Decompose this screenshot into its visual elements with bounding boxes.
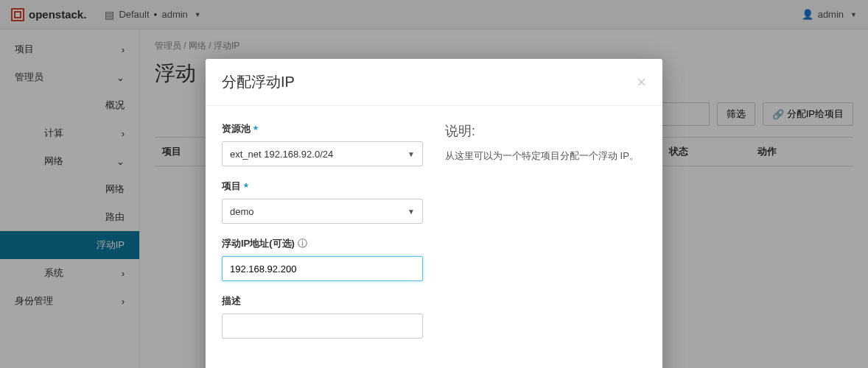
select-value: ext_net 192.168.92.0/24 <box>230 149 333 160</box>
ipaddr-label: 浮动IP地址(可选)ⓘ <box>222 237 423 250</box>
help-icon[interactable]: ⓘ <box>298 238 307 249</box>
pool-select[interactable]: ext_net 192.168.92.0/24 ▼ <box>222 141 423 166</box>
modal-header: 分配浮动IP × <box>206 59 662 106</box>
modal-overlay[interactable]: 分配浮动IP × 资源池* ext_net 192.168.92.0/24 ▼ … <box>0 0 868 368</box>
project-label: 项目* <box>222 180 423 193</box>
caret-down-icon: ▼ <box>407 208 415 216</box>
required-icon: * <box>244 180 248 193</box>
required-icon: * <box>253 123 258 135</box>
allocate-ip-modal: 分配浮动IP × 资源池* ext_net 192.168.92.0/24 ▼ … <box>206 59 662 368</box>
help-title: 说明: <box>445 122 646 140</box>
help-text: 从这里可以为一个特定项目分配一个浮动 IP。 <box>445 149 646 164</box>
close-icon[interactable]: × <box>637 74 646 91</box>
description-label: 描述 <box>222 294 423 308</box>
project-select[interactable]: demo ▼ <box>222 199 423 224</box>
description-input[interactable] <box>222 314 423 339</box>
caret-down-icon: ▼ <box>407 150 415 158</box>
pool-label: 资源池* <box>222 122 423 135</box>
modal-title: 分配浮动IP <box>222 72 295 92</box>
select-value: demo <box>230 206 254 217</box>
ipaddr-input[interactable] <box>222 256 423 281</box>
